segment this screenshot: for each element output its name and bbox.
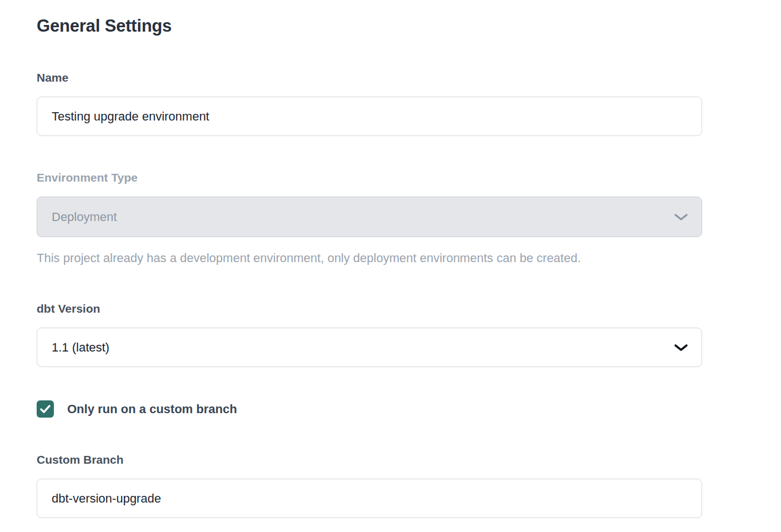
environment-type-label: Environment Type [37, 171, 702, 184]
custom-branch-checkbox[interactable] [37, 400, 54, 418]
dbt-version-value: 1.1 (latest) [52, 340, 109, 355]
name-label: Name [37, 71, 702, 84]
dbt-version-select[interactable]: 1.1 (latest) [37, 328, 702, 367]
environment-type-select: Deployment [37, 197, 702, 237]
dbt-version-label: dbt Version [37, 302, 702, 315]
field-custom-branch: Custom Branch [37, 453, 702, 518]
custom-branch-input[interactable] [37, 479, 702, 518]
page-title: General Settings [37, 16, 702, 37]
field-environment-type: Environment Type Deployment This project… [37, 171, 702, 266]
custom-branch-checkbox-row: Only run on a custom branch [37, 400, 702, 418]
environment-type-help-text: This project already has a development e… [37, 250, 702, 266]
name-input[interactable] [37, 97, 702, 136]
chevron-down-icon [674, 343, 688, 352]
field-name: Name [37, 71, 702, 136]
field-dbt-version: dbt Version 1.1 (latest) [37, 302, 702, 367]
general-settings-page: General Settings Name Environment Type D… [0, 0, 781, 532]
chevron-down-icon [674, 213, 688, 222]
custom-branch-checkbox-label[interactable]: Only run on a custom branch [67, 402, 237, 416]
settings-form: General Settings Name Environment Type D… [37, 16, 702, 518]
custom-branch-label: Custom Branch [37, 453, 702, 466]
environment-type-value: Deployment [52, 210, 117, 224]
check-icon [40, 405, 51, 413]
